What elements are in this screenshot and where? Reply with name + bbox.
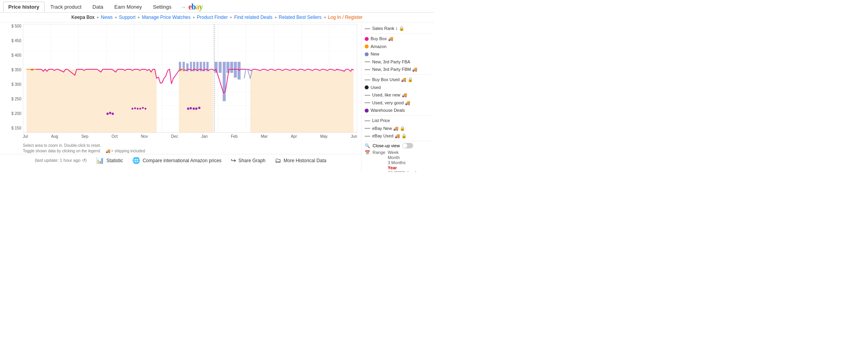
chart-area: $ 500 $ 450 $ 400 $ 350 $ 300 $ 250 $ 20…: [0, 22, 361, 172]
y-label-200: $ 200: [4, 111, 23, 116]
legend-used-very-good[interactable]: Used, very good 🚚: [365, 99, 431, 107]
compare-button[interactable]: 🌐 Compare international Amazon prices: [132, 157, 221, 164]
nav-news[interactable]: News: [101, 15, 113, 20]
historical-button[interactable]: 🗂 More Historical Data: [275, 157, 326, 164]
search-icon: 🔍: [365, 143, 370, 148]
range-all[interactable]: All (2683 days): [388, 170, 416, 172]
svg-point-47: [145, 108, 147, 110]
legend-divider-1: [365, 33, 431, 34]
legend-new-fba[interactable]: New, 3rd Party FBA: [365, 58, 431, 66]
legend-amazon[interactable]: Amazon: [365, 43, 431, 50]
range-section: 🔍 Close-up view 📅 Range Week Month 3 Mon…: [365, 143, 431, 172]
svg-point-34: [187, 107, 189, 110]
legend-buy-box-used[interactable]: Buy Box Used 🚚 🔒: [365, 76, 431, 83]
legend-label-sales-rank: Sales Rank ↕ 🔒: [372, 26, 404, 31]
legend-label-ebay-new: eBay New 🚚 🔒: [372, 126, 405, 131]
share-button[interactable]: ↪ Share Graph: [231, 157, 265, 164]
legend-label-new-fba: New, 3rd Party FBA: [372, 59, 410, 65]
tab-data[interactable]: Data: [87, 2, 108, 12]
x-label-nov: Nov: [141, 134, 148, 142]
statistic-button[interactable]: 📊 Statistic: [96, 157, 123, 164]
legend-panel: Sales Rank ↕ 🔒 Buy Box 🚚 Amazon New New,…: [361, 22, 434, 172]
y-label-400: $ 400: [4, 53, 23, 57]
y-axis: $ 500 $ 450 $ 400 $ 350 $ 300 $ 250 $ 20…: [4, 24, 23, 130]
x-label-dec: Dec: [171, 134, 178, 142]
share-label: Share Graph: [238, 158, 265, 163]
legend-label-used: Used: [371, 85, 381, 91]
legend-label-new: New: [371, 51, 379, 57]
nav-links-bar: Keepa Box ✦ News ✦ Support ✦ Manage Pric…: [0, 13, 434, 22]
x-axis: Jul Aug Sep Oct Nov Dec Jan Feb Mar Apr …: [23, 134, 357, 142]
svg-point-37: [195, 107, 198, 110]
svg-point-46: [142, 107, 144, 109]
y-label-150: $ 150: [4, 126, 23, 130]
range-month[interactable]: Month: [388, 155, 416, 160]
legend-warehouse[interactable]: Warehouse Deals: [365, 107, 431, 114]
legend-divider-4: [365, 141, 431, 141]
x-label-sep: Sep: [81, 134, 88, 142]
legend-buy-box[interactable]: Buy Box 🚚: [365, 35, 431, 43]
nav-manage-watches[interactable]: Manage Price Watches: [142, 15, 191, 20]
x-label-jan: Jan: [201, 134, 208, 142]
legend-dash-used-very-good: [365, 102, 370, 103]
historical-label: More Historical Data: [284, 158, 326, 163]
top-tabs-bar: Price history Track product Data Earn Mo…: [0, 0, 434, 13]
historical-icon: 🗂: [275, 157, 281, 164]
svg-rect-27: [215, 62, 218, 73]
x-label-may: May: [320, 134, 328, 142]
range-3months[interactable]: 3 Months: [388, 160, 416, 165]
tab-settings[interactable]: Settings: [148, 2, 176, 12]
range-week[interactable]: Week: [388, 150, 416, 155]
legend-sales-rank[interactable]: Sales Rank ↕ 🔒: [365, 25, 431, 32]
legend-divider-2: [365, 74, 431, 75]
instruction-shipping: 🚚 = shipping included: [106, 149, 145, 153]
legend-dash-list-price: [365, 120, 370, 121]
main-content: $ 500 $ 450 $ 400 $ 350 $ 300 $ 250 $ 20…: [0, 22, 434, 172]
nav-best-sellers[interactable]: Related Best Sellers: [279, 15, 322, 20]
legend-dash-buy-box-used: [365, 80, 370, 80]
svg-marker-16: [250, 70, 353, 133]
y-label-250: $ 250: [4, 97, 23, 101]
legend-label-amazon: Amazon: [371, 44, 386, 50]
svg-rect-31: [230, 62, 233, 73]
legend-label-list-price: List Price: [372, 118, 390, 124]
range-options: Week Month 3 Months Year All (2683 days): [388, 150, 416, 172]
footer-bar: (last update: 1 hour ago ↺) 📊 Statistic …: [0, 154, 361, 167]
x-label-jun: Jun: [351, 134, 357, 142]
x-label-aug: Aug: [51, 134, 58, 142]
tab-price-history[interactable]: Price history: [3, 2, 45, 12]
nav-login[interactable]: Log In / Register: [328, 15, 363, 20]
legend-used-like-new[interactable]: Used, like new 🚚: [365, 91, 431, 99]
legend-label-warehouse: Warehouse Deals: [371, 107, 405, 113]
tab-track-product[interactable]: Track product: [45, 2, 87, 12]
nav-support[interactable]: Support: [119, 15, 135, 20]
nav-find-deals[interactable]: Find related Deals: [234, 15, 272, 20]
nav-sep-6: ✦: [274, 15, 277, 20]
nav-sep-2: ✦: [114, 15, 117, 20]
nav-sep-1: ✦: [96, 15, 99, 20]
legend-used[interactable]: Used: [365, 84, 431, 91]
chart-container[interactable]: $ 500 $ 450 $ 400 $ 350 $ 300 $ 250 $ 20…: [4, 24, 357, 142]
range-label: Range: [373, 150, 385, 155]
tab-earn-money[interactable]: Earn Money: [109, 2, 147, 12]
x-label-feb: Feb: [231, 134, 237, 142]
nav-product-finder[interactable]: Product Finder: [197, 15, 228, 20]
legend-ebay-used[interactable]: eBay Used 🚚 🔒: [365, 132, 431, 140]
closeup-label: Close-up view: [373, 143, 400, 148]
legend-dash-sales-rank: [365, 28, 370, 29]
globe-icon: 🌐: [132, 157, 140, 164]
svg-point-42: [132, 108, 134, 110]
legend-new[interactable]: New: [365, 50, 431, 58]
svg-point-38: [198, 107, 200, 109]
legend-new-fbm[interactable]: New, 3rd Party FBM 🚚: [365, 66, 431, 73]
legend-dot-warehouse: [365, 109, 369, 113]
legend-list-price[interactable]: List Price: [365, 117, 431, 124]
y-label-500: $ 500: [4, 24, 23, 28]
range-year[interactable]: Year: [388, 165, 416, 170]
legend-dash-new-fba: [365, 61, 370, 62]
legend-dash-ebay-new: [365, 128, 370, 129]
chart-svg[interactable]: [23, 24, 357, 133]
legend-ebay-new[interactable]: eBay New 🚚 🔒: [365, 125, 431, 132]
closeup-toggle[interactable]: [402, 143, 413, 148]
x-label-apr: Apr: [291, 134, 297, 142]
